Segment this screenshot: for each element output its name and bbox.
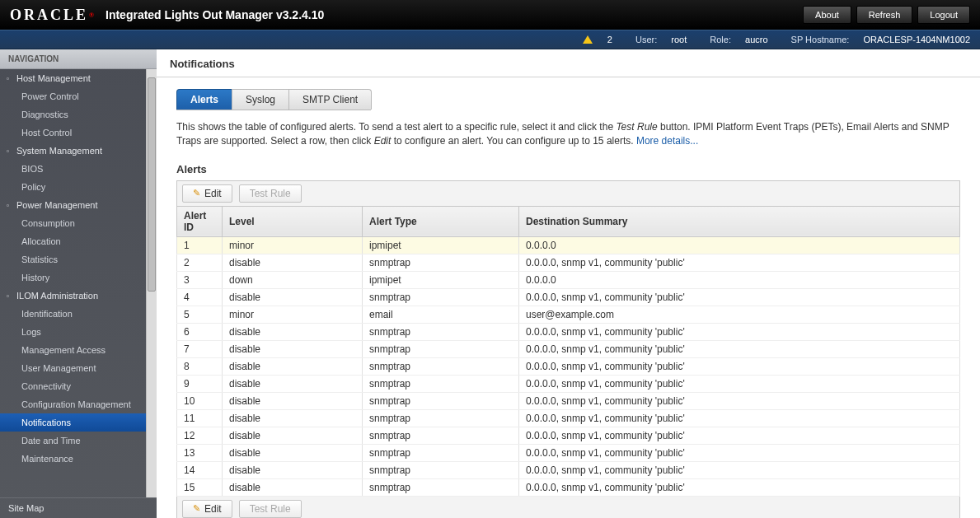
- cell-dest: 0.0.0.0: [519, 271, 960, 288]
- sidebar-item[interactable]: Notifications: [0, 413, 146, 432]
- cell-dest: 0.0.0.0: [519, 236, 960, 254]
- cell-type: snmptrap: [363, 444, 519, 461]
- sidebar-item[interactable]: Connectivity: [0, 377, 146, 395]
- cell-id: 14: [177, 461, 223, 478]
- edit-button-bottom[interactable]: ✎Edit: [182, 500, 232, 518]
- test-rule-button[interactable]: Test Rule: [239, 184, 302, 203]
- cell-dest: 0.0.0.0, snmp v1, community 'public': [519, 375, 960, 392]
- cell-id: 1: [177, 236, 223, 254]
- cell-dest: 0.0.0.0, snmp v1, community 'public': [519, 478, 960, 496]
- sidebar-item[interactable]: Policy: [0, 178, 146, 196]
- table-row[interactable]: 4disablesnmptrap0.0.0.0, snmp v1, commun…: [177, 288, 960, 306]
- table-row[interactable]: 14disablesnmptrap0.0.0.0, snmp v1, commu…: [177, 461, 960, 478]
- sidebar-group[interactable]: ▫ILOM Administration: [0, 287, 146, 305]
- more-details-link[interactable]: More details...: [636, 135, 698, 147]
- sidebar-item[interactable]: Diagnostics: [0, 105, 146, 124]
- page-title: Notifications: [157, 49, 980, 77]
- cell-type: snmptrap: [363, 461, 519, 478]
- col-destination[interactable]: Destination Summary: [519, 206, 960, 236]
- sidebar-item[interactable]: Configuration Management: [0, 395, 146, 413]
- cell-dest: 0.0.0.0, snmp v1, community 'public': [519, 409, 960, 427]
- pencil-icon: ✎: [193, 503, 200, 514]
- refresh-button[interactable]: Refresh: [856, 6, 913, 24]
- cell-level: disable: [223, 444, 363, 461]
- expand-icon: ▫: [7, 292, 13, 300]
- sidebar-sitemap[interactable]: Site Map: [0, 497, 157, 518]
- table-row[interactable]: 2disablesnmptrap0.0.0.0, snmp v1, commun…: [177, 254, 960, 271]
- cell-dest: user@example.com: [519, 306, 960, 323]
- cell-level: down: [223, 271, 363, 288]
- app-header: ORACLE® Integrated Lights Out Manager v3…: [0, 0, 980, 30]
- col-level[interactable]: Level: [223, 206, 363, 236]
- cell-type: snmptrap: [363, 357, 519, 375]
- sidebar-item[interactable]: Date and Time: [0, 432, 146, 450]
- tab-smtp-client[interactable]: SMTP Client: [288, 89, 372, 110]
- col-alert-id[interactable]: Alert ID: [177, 206, 223, 236]
- sidebar-item[interactable]: Logs: [0, 323, 146, 341]
- sidebar-item[interactable]: History: [0, 268, 146, 287]
- sidebar-item[interactable]: Host Control: [0, 124, 146, 142]
- table-row[interactable]: 3downipmipet0.0.0.0: [177, 271, 960, 288]
- table-row[interactable]: 11disablesnmptrap0.0.0.0, snmp v1, commu…: [177, 409, 960, 427]
- cell-type: snmptrap: [363, 392, 519, 409]
- cell-id: 15: [177, 478, 223, 496]
- status-host: SP Hostname: ORACLESP-1404NM1002: [780, 35, 970, 44]
- sidebar-group[interactable]: ▫Power Management: [0, 196, 146, 214]
- cell-dest: 0.0.0.0, snmp v1, community 'public': [519, 288, 960, 306]
- table-row[interactable]: 9disablesnmptrap0.0.0.0, snmp v1, commun…: [177, 375, 960, 392]
- cell-type: snmptrap: [363, 409, 519, 427]
- sidebar-item[interactable]: Maintenance: [0, 450, 146, 468]
- table-row[interactable]: 13disablesnmptrap0.0.0.0, snmp v1, commu…: [177, 444, 960, 461]
- table-row[interactable]: 10disablesnmptrap0.0.0.0, snmp v1, commu…: [177, 392, 960, 409]
- table-row[interactable]: 7disablesnmptrap0.0.0.0, snmp v1, commun…: [177, 340, 960, 357]
- table-row[interactable]: 12disablesnmptrap0.0.0.0, snmp v1, commu…: [177, 427, 960, 444]
- tab-alerts[interactable]: Alerts: [176, 89, 232, 110]
- sidebar-item[interactable]: Allocation: [0, 232, 146, 250]
- sidebar-item[interactable]: Management Access: [0, 341, 146, 359]
- status-user: User: root: [624, 35, 687, 44]
- cell-dest: 0.0.0.0, snmp v1, community 'public': [519, 357, 960, 375]
- sidebar-item[interactable]: Power Control: [0, 87, 146, 105]
- table-row[interactable]: 8disablesnmptrap0.0.0.0, snmp v1, commun…: [177, 357, 960, 375]
- sidebar-group[interactable]: ▫Host Management: [0, 69, 146, 87]
- cell-id: 6: [177, 323, 223, 340]
- table-row[interactable]: 15disablesnmptrap0.0.0.0, snmp v1, commu…: [177, 478, 960, 496]
- cell-type: snmptrap: [363, 375, 519, 392]
- sidebar-item[interactable]: Statistics: [0, 250, 146, 268]
- table-row[interactable]: 5minoremailuser@example.com: [177, 306, 960, 323]
- sidebar-scrollbar[interactable]: [146, 69, 157, 497]
- table-toolbar-top: ✎Edit Test Rule: [176, 180, 960, 206]
- col-alert-type[interactable]: Alert Type: [363, 206, 519, 236]
- cell-level: disable: [223, 375, 363, 392]
- oracle-logo: ORACLE®: [10, 7, 94, 24]
- cell-level: disable: [223, 427, 363, 444]
- test-rule-button-bottom[interactable]: Test Rule: [239, 500, 302, 518]
- table-row[interactable]: 6disablesnmptrap0.0.0.0, snmp v1, commun…: [177, 323, 960, 340]
- cell-dest: 0.0.0.0, snmp v1, community 'public': [519, 392, 960, 409]
- edit-button[interactable]: ✎Edit: [182, 184, 232, 203]
- expand-icon: ▫: [7, 147, 13, 155]
- cell-type: email: [363, 306, 519, 323]
- about-button[interactable]: About: [803, 6, 851, 24]
- sidebar-item[interactable]: BIOS: [0, 160, 146, 178]
- warning-indicator[interactable]: 2: [583, 35, 612, 44]
- sidebar-item[interactable]: User Management: [0, 359, 146, 377]
- cell-id: 3: [177, 271, 223, 288]
- tab-syslog[interactable]: Syslog: [232, 89, 289, 110]
- sidebar-item[interactable]: Consumption: [0, 214, 146, 232]
- cell-id: 10: [177, 392, 223, 409]
- cell-id: 12: [177, 427, 223, 444]
- cell-type: ipmipet: [363, 271, 519, 288]
- cell-id: 11: [177, 409, 223, 427]
- sidebar-group[interactable]: ▫System Management: [0, 142, 146, 160]
- logout-button[interactable]: Logout: [917, 6, 970, 24]
- cell-dest: 0.0.0.0, snmp v1, community 'public': [519, 254, 960, 271]
- cell-level: disable: [223, 254, 363, 271]
- cell-dest: 0.0.0.0, snmp v1, community 'public': [519, 323, 960, 340]
- table-row[interactable]: 1minoripmipet0.0.0.0: [177, 236, 960, 254]
- sidebar: NAVIGATION ▫Host ManagementPower Control…: [0, 49, 157, 518]
- sidebar-item[interactable]: Identification: [0, 305, 146, 323]
- cell-level: disable: [223, 340, 363, 357]
- status-bar: 2 User: root Role: aucro SP Hostname: OR…: [0, 30, 980, 49]
- scrollbar-thumb[interactable]: [148, 77, 156, 292]
